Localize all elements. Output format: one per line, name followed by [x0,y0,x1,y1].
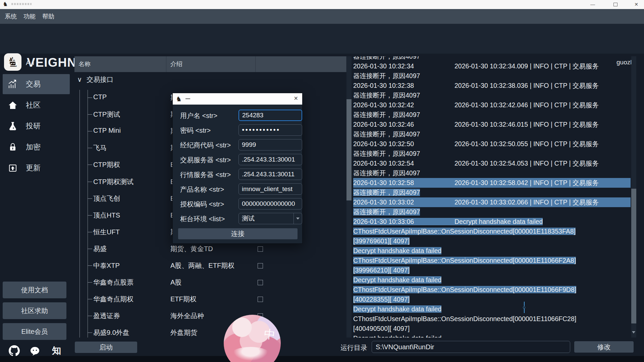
log-line[interactable]: 2026-01-30 10:32:382026-01-30 10:32:38.0… [353,81,631,90]
sidebar-item-1[interactable]: 交易 [3,74,70,94]
dialog-title-bar[interactable]: ♞ ✕ [173,93,302,105]
field-value: ●●●●●●●●●●● [242,127,280,132]
log-scrollbar[interactable] [631,56,636,338]
sidebar-button-1[interactable]: 社区求助 [3,302,66,319]
log-line[interactable]: [400228355][ 4097] [353,295,631,304]
scrollbar-down-arrow-icon[interactable] [632,331,635,334]
log-line[interactable]: 器连接断开，原因4097 [353,90,631,100]
gateway-name: CTP Mini [93,127,121,134]
log-message: [399769601][ 4097] [353,237,410,245]
log-line[interactable]: [400490500][ 4097] [353,324,631,334]
menu-item-1[interactable]: 功能 [20,9,39,24]
dialog-input-field[interactable]: 9999 [238,139,302,150]
log-line[interactable]: 2026-01-30 10:33:022026-01-30 10:33:02.0… [353,197,631,207]
gateway-row[interactable]: 易盛9.0外盘外盘期货 [74,324,346,341]
gateway-checkbox[interactable] [258,246,263,252]
sidebar-item-3[interactable]: 投研 [0,116,72,136]
log-line[interactable]: Decrypt handshake data failed [353,275,631,285]
log-message: [399966210][ 4097] [353,266,410,274]
log-line[interactable]: 2026-01-30 10:32:462026-01-30 10:32:46.0… [353,120,631,129]
tree-branch-tick [88,98,92,98]
log-line[interactable]: [399769601][ 4097] [353,236,631,246]
run-dir-input[interactable]: S:\VNQuant\RunDir [372,341,570,353]
sidebar-button-2[interactable]: Elite会员 [3,323,66,340]
close-button[interactable]: ✕ [629,0,644,9]
log-line[interactable]: 器连接断开，原因4097 [353,56,631,61]
minimize-button[interactable]: — [585,0,600,9]
tree-branch-tick [88,232,92,232]
dialog-input-field[interactable]: 254283 [238,110,302,121]
log-line[interactable]: 2026-01-30 10:32:502026-01-30 10:32:50.0… [353,139,631,149]
menu-item-0[interactable]: 系统 [1,9,20,24]
field-value: .254.243.31:30001 [242,156,295,163]
gateway-checkbox[interactable] [258,263,263,268]
sidebar-item-0[interactable]: A I [0,53,72,73]
log-line[interactable]: CThostFtdcUserApiImplBase::OnSessionDisc… [353,227,631,236]
chevron-down-icon[interactable]: ∨ [77,76,82,83]
table-scrollbar-handle[interactable] [346,99,352,200]
dialog-input-field[interactable]: .254.243.31:30001 [238,154,302,165]
dialog-input-field[interactable]: 000000000000000 [238,198,302,209]
tree-branch-tick [88,114,92,115]
log-line[interactable]: Decrypt handshake data failed [353,334,631,338]
dialog-close-icon[interactable]: ✕ [294,95,298,102]
tree-group-trading-interfaces[interactable]: ∨ 交易接口 [77,75,113,84]
log-line[interactable]: 2026-01-30 10:32:422026-01-30 10:32:42.0… [353,100,631,110]
gateway-name: CTP [93,93,107,101]
log-message: CThostFtdcUserApiImplBase::OnSessionDisc… [353,286,576,293]
log-line[interactable]: 器连接断开，原因4097 [353,207,631,217]
log-line[interactable]: 2026-01-30 10:32:342026-01-30 10:32:34.0… [353,61,631,71]
log-timestamp: 2026-01-30 10:32:38 [353,81,454,90]
menu-item-2[interactable]: 帮助 [39,9,58,24]
sidebar-button-0[interactable]: 使用文档 [3,282,66,298]
log-line[interactable]: 2026-01-30 10:33:06Decrypt handshake dat… [353,217,631,227]
sidebar-item-2[interactable]: 社区 [0,95,72,115]
field-value: 9999 [242,141,256,148]
log-line[interactable]: [399966210][ 4097] [353,265,631,275]
sidebar-item-4[interactable]: 加密 [0,137,72,157]
column-header-name[interactable]: 名称 [74,56,166,72]
dialog-input-field[interactable]: imnow_client_test [238,183,302,195]
gateway-row[interactable]: 中泰XTPA股、两融、ETF期权 [74,257,346,274]
log-line[interactable]: Decrypt handshake data failed [353,246,631,256]
gateway-row[interactable]: 盈透证券海外全品种 [74,307,346,324]
log-line[interactable]: 器连接断开，原因4097 [353,188,631,197]
log-line[interactable]: 器连接断开，原因4097 [353,149,631,159]
log-line[interactable]: 2026-01-30 10:32:542026-01-30 10:32:54.0… [353,159,631,168]
log-timestamp: 2026-01-30 10:33:06 [353,217,454,227]
log-line[interactable]: 2026-01-30 10:32:582026-01-30 10:32:58.0… [353,178,631,188]
dialog-select-field[interactable]: 测试 [238,213,302,224]
column-header-extra[interactable] [256,56,346,72]
log-line[interactable]: CThostFtdcUserApiImplBase::OnSessionDisc… [353,256,631,265]
log-line[interactable]: 器连接断开，原因4097 [353,129,631,139]
zhihu-icon[interactable]: 知 [52,345,61,357]
tree-branch-tick [88,182,92,182]
gateway-name: CTP期权测试 [93,177,133,186]
table-scrollbar[interactable] [346,56,352,338]
dialog-input-field[interactable]: .254.243.31:30011 [238,169,302,180]
tree-branch-tick [88,215,92,216]
log-message: 2026-01-30 10:32:34.009 | INFO | CTP | 交… [454,62,599,70]
maximize-button[interactable] [608,0,623,9]
dialog-input-field[interactable]: ●●●●●●●●●●● [238,124,302,136]
gateway-row[interactable]: 华鑫奇点期权ETF期权 [74,291,346,307]
log-line[interactable]: 器连接断开，原因4097 [353,71,631,81]
log-output-panel[interactable]: 器连接断开，原因40972026-01-30 10:32:342026-01-3… [353,56,631,338]
sidebar-item-5[interactable]: 更新 [0,158,72,178]
log-line[interactable]: CThostFtdcUserApiImplBase::OnSessionDisc… [353,314,631,324]
start-button[interactable]: 启动 [75,342,137,353]
log-scrollbar-handle[interactable] [631,189,636,323]
modify-button[interactable]: 修改 [574,341,634,353]
log-line[interactable]: Decrypt handshake data failed [353,304,631,314]
title-bar: ♞ — ✕ [0,0,644,9]
log-line[interactable]: CThostFtdcUserApiImplBase::OnSessionDisc… [353,285,631,295]
gateway-checkbox[interactable] [258,297,263,302]
gateway-checkbox[interactable] [258,280,263,285]
log-timestamp: 2026-01-30 10:32:50 [353,139,454,149]
log-line[interactable]: 器连接断开，原因4097 [353,168,631,178]
column-header-desc[interactable]: 介绍 [166,56,256,72]
log-line[interactable]: 器连接断开，原因4097 [353,110,631,120]
gateway-row[interactable]: 华鑫奇点股票A股 [74,274,346,291]
bottom-edge-strip [0,356,644,362]
connect-button[interactable]: 连接 [178,228,298,239]
